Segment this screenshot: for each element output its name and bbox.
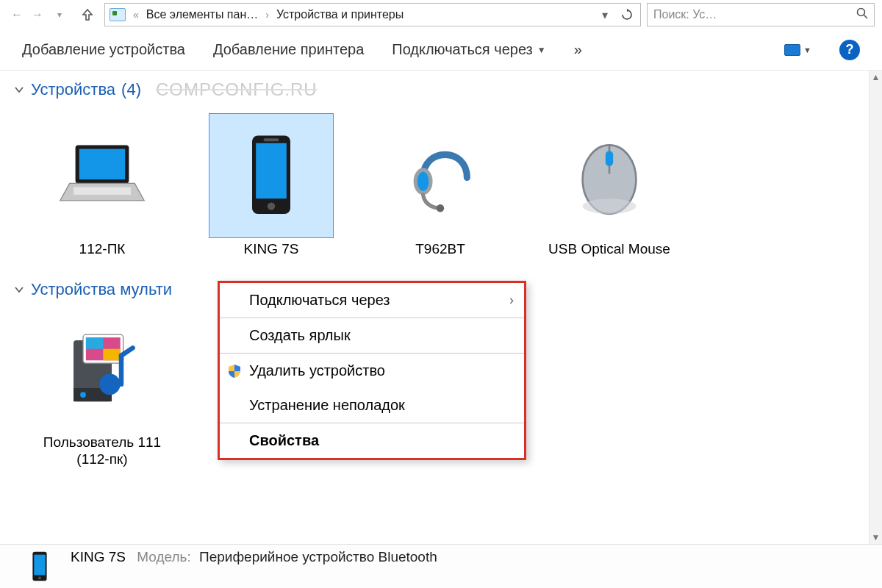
- nav-up-button[interactable]: [76, 4, 98, 26]
- mouse-icon: [562, 128, 657, 223]
- search-placeholder: Поиск: Ус…: [653, 8, 852, 21]
- device-item-media-server[interactable]: Пользователь 111 (112-пк): [40, 306, 165, 468]
- media-server-icon: [54, 321, 150, 417]
- svg-rect-20: [86, 337, 103, 349]
- svg-line-1: [864, 15, 868, 19]
- scroll-up-icon[interactable]: ▲: [870, 71, 882, 84]
- preview-pane-icon[interactable]: ▼: [784, 44, 811, 56]
- command-toolbar: Добавление устройства Добавление принтер…: [0, 29, 882, 71]
- device-item-phone-selected[interactable]: KING 7S: [209, 113, 334, 258]
- svg-point-25: [38, 576, 41, 579]
- svg-rect-13: [606, 151, 613, 166]
- svg-rect-4: [74, 187, 131, 195]
- chevron-right-icon: ›: [509, 293, 514, 308]
- svg-rect-6: [256, 143, 287, 198]
- breadcrumb-sep: «: [130, 9, 142, 21]
- ctx-properties[interactable]: Свойства: [220, 423, 524, 458]
- details-pane: KING 7S Модель: Периферийное устройство …: [0, 544, 882, 588]
- watermark-text: COMPCONFIG.RU: [156, 79, 318, 100]
- svg-rect-24: [34, 555, 45, 576]
- help-button[interactable]: ?: [839, 40, 860, 60]
- device-label: Пользователь 111 (112-пк): [40, 434, 165, 468]
- svg-point-0: [858, 9, 865, 16]
- collapse-icon: [13, 85, 25, 94]
- vertical-scrollbar[interactable]: ▲ ▼: [869, 71, 882, 544]
- ctx-remove-device[interactable]: Удалить устройство: [220, 354, 524, 388]
- bluetooth-headset-icon: [392, 128, 488, 223]
- search-input[interactable]: Поиск: Ус…: [647, 3, 875, 26]
- chevron-down-icon: ▼: [537, 45, 546, 55]
- breadcrumb-item[interactable]: Все элементы пан…: [146, 8, 258, 21]
- group-title: Устройства мульти: [31, 280, 172, 299]
- ctx-troubleshoot[interactable]: Устранение неполадок: [220, 388, 524, 423]
- addressbar-dropdown-icon[interactable]: ▾: [596, 8, 614, 22]
- ctx-create-shortcut[interactable]: Создать ярлык: [220, 318, 524, 353]
- svg-point-11: [437, 204, 444, 212]
- group-title: Устройства: [31, 80, 115, 99]
- laptop-icon: [54, 128, 150, 223]
- connect-via-button[interactable]: Подключаться через ▼: [392, 41, 545, 58]
- details-model-label: Модель:: [137, 549, 190, 564]
- uac-shield-icon: [227, 364, 242, 379]
- svg-rect-8: [264, 138, 279, 141]
- ctx-item-label: Свойства: [249, 432, 319, 449]
- group-header-devices[interactable]: Устройства (4) COMPCONFIG.RU: [13, 79, 860, 100]
- ctx-item-label: Подключаться через: [249, 292, 390, 309]
- device-label: 112-ПК: [79, 241, 126, 258]
- group-count: (4): [121, 80, 141, 99]
- breadcrumb-item[interactable]: Устройства и принтеры: [276, 8, 404, 21]
- add-printer-button[interactable]: Добавление принтера: [213, 41, 364, 58]
- context-menu: Подключаться через › Создать ярлык Удали…: [218, 281, 526, 460]
- details-model-value: Периферийное устройство Bluetooth: [199, 549, 437, 564]
- add-device-button[interactable]: Добавление устройства: [22, 41, 185, 58]
- address-bar[interactable]: « Все элементы пан… › Устройства и принт…: [104, 3, 641, 26]
- device-item-headset[interactable]: T962BT: [378, 113, 503, 258]
- scroll-down-icon[interactable]: ▼: [870, 531, 882, 544]
- connect-via-label: Подключаться через: [392, 41, 533, 58]
- smartphone-icon: [22, 549, 57, 584]
- ctx-item-label: Создать ярлык: [249, 327, 351, 344]
- ctx-connect-via[interactable]: Подключаться через ›: [220, 283, 524, 318]
- svg-point-10: [417, 172, 429, 191]
- toolbar-overflow-button[interactable]: »: [574, 41, 582, 58]
- ctx-item-label: Устранение неполадок: [249, 397, 405, 414]
- collapse-icon: [13, 285, 25, 294]
- nav-forward-button[interactable]: →: [28, 5, 47, 24]
- device-label: T962BT: [415, 241, 465, 258]
- nav-back-button[interactable]: ←: [7, 5, 26, 24]
- device-label: KING 7S: [244, 241, 299, 258]
- ctx-item-label: Удалить устройство: [249, 362, 385, 379]
- svg-point-22: [99, 373, 121, 395]
- svg-point-17: [80, 392, 86, 398]
- nav-history-dropdown[interactable]: ▾: [49, 4, 71, 26]
- svg-rect-21: [103, 348, 120, 360]
- refresh-icon[interactable]: [618, 9, 636, 21]
- device-item-pc[interactable]: 112-ПК: [40, 113, 165, 258]
- details-device-name: KING 7S: [71, 549, 126, 564]
- svg-point-7: [268, 202, 275, 209]
- chevron-down-icon: ▼: [803, 46, 811, 54]
- device-label: USB Optical Mouse: [548, 241, 670, 258]
- svg-point-14: [583, 198, 637, 214]
- device-item-mouse[interactable]: USB Optical Mouse: [547, 113, 672, 258]
- control-panel-icon: [110, 8, 126, 21]
- chevron-right-icon: ›: [262, 9, 272, 21]
- search-icon: [856, 7, 868, 22]
- smartphone-icon: [223, 128, 319, 223]
- svg-rect-3: [79, 149, 125, 180]
